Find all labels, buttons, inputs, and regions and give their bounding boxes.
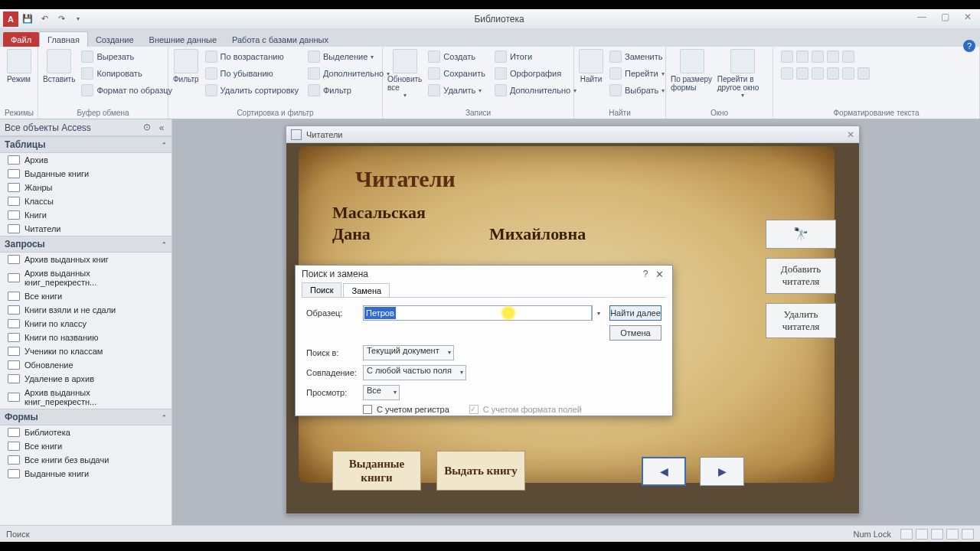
font-row[interactable] [778, 49, 873, 64]
nav-item[interactable]: Все книги [0, 289, 172, 303]
nav-item[interactable]: Классы [0, 194, 172, 208]
dialog-close-button[interactable]: ✕ [652, 269, 666, 280]
cut-button[interactable]: Вырезать [78, 49, 175, 64]
totals-button[interactable]: Итоги [492, 49, 580, 64]
advanced-filter-button[interactable]: Дополнительно ▾ [305, 66, 393, 81]
sort-desc-button[interactable]: По убыванию [202, 66, 302, 81]
nav-collapse-icon[interactable]: « [156, 122, 167, 133]
nav-item[interactable]: Удаление в архив [0, 372, 172, 386]
find-button[interactable]: Найти [579, 49, 603, 83]
issue-book-button[interactable]: Выдать книгу [436, 451, 525, 491]
refresh-all-button[interactable]: Обновить все▾ [387, 49, 422, 99]
find-next-button[interactable]: Найти далее [609, 305, 662, 321]
nav-item[interactable]: Выданные книги [0, 167, 172, 181]
table-icon [8, 455, 20, 465]
more-records-button[interactable]: Дополнительно ▾ [492, 83, 580, 98]
search-in-select[interactable]: Текущий документ▾ [363, 345, 454, 360]
access-app-icon[interactable]: A [3, 11, 18, 27]
nav-item[interactable]: Архив выданных книг_перекрестн... [0, 386, 172, 409]
view-shortcut-2[interactable] [916, 529, 928, 540]
nav-dropdown-icon[interactable]: ⊙ [141, 122, 153, 134]
find-what-input[interactable] [363, 305, 593, 321]
goto-button[interactable]: Перейти ▾ [606, 66, 668, 81]
nav-item[interactable]: Книги [0, 208, 172, 222]
tab-home[interactable]: Главная [39, 31, 88, 47]
dialog-help-button[interactable]: ? [639, 269, 652, 279]
nav-item[interactable]: Архив [0, 153, 172, 167]
table-icon [8, 428, 20, 437]
save-record-button[interactable]: Сохранить [425, 66, 488, 81]
nav-item[interactable]: Архив выданных книг [0, 253, 172, 266]
app-title: Библиотека [86, 14, 913, 24]
new-record-button[interactable]: Создать [425, 49, 488, 64]
redo-icon[interactable]: ↷ [54, 11, 69, 27]
copy-button[interactable]: Копировать [78, 66, 175, 81]
tab-dbtools[interactable]: Работа с базами данных [224, 32, 336, 47]
view-select[interactable]: Все▾ [363, 385, 400, 400]
delete-reader-button[interactable]: Удалить читателя [766, 303, 836, 339]
maximize-button[interactable]: ▢ [936, 11, 954, 27]
nav-item[interactable]: Выданные книги [0, 467, 172, 481]
tab-find[interactable]: Поиск [302, 282, 341, 297]
selection-button[interactable]: Выделение ▾ [305, 49, 393, 64]
nav-item[interactable]: Архив выданных книг_перекрестн... [0, 266, 172, 289]
tab-replace[interactable]: Замена [343, 283, 390, 298]
format-row[interactable] [778, 66, 873, 81]
nav-item[interactable]: Читатели [0, 222, 172, 236]
match-case-checkbox[interactable] [363, 405, 372, 414]
toggle-filter-button[interactable]: Фильтр [305, 83, 393, 98]
nav-group-header[interactable]: Запросы⌃ [0, 236, 172, 253]
paste-button[interactable]: Вставить [43, 49, 75, 83]
format-painter-button[interactable]: Формат по образцу [78, 83, 175, 98]
undo-icon[interactable]: ↶ [37, 11, 52, 27]
nav-item[interactable]: Библиотека [0, 425, 172, 439]
replace-button[interactable]: Заменить [606, 49, 668, 64]
search-reader-button[interactable]: 🔭 [766, 220, 836, 249]
save-icon[interactable]: 💾 [20, 11, 35, 27]
view-button[interactable]: Режим [5, 49, 33, 83]
nav-item[interactable]: Книги по классу [0, 317, 172, 331]
status-text: Поиск [6, 530, 853, 539]
nav-item[interactable]: Книги по названию [0, 331, 172, 344]
tab-external[interactable]: Внешние данные [142, 32, 224, 47]
nav-item[interactable]: Ученики по классам [0, 344, 172, 358]
fit-form-button[interactable]: По размеру формы [671, 49, 714, 92]
close-button[interactable]: ✕ [959, 11, 977, 27]
issued-books-button[interactable]: Выданные книги [332, 451, 421, 491]
sort-asc-button[interactable]: По возрастанию [202, 49, 302, 64]
nav-group-header[interactable]: Таблицы⌃ [0, 136, 172, 153]
nav-item[interactable]: Обновление [0, 358, 172, 372]
nav-group-header[interactable]: Формы⌃ [0, 409, 172, 425]
delete-record-button[interactable]: Удалить ▾ [425, 83, 488, 98]
nav-item[interactable]: Все книги [0, 439, 172, 453]
help-icon[interactable]: ? [963, 40, 975, 52]
select-button[interactable]: Выбрать ▾ [606, 83, 668, 98]
view-shortcut-3[interactable] [931, 529, 943, 540]
match-select[interactable]: С любой частью поля▾ [363, 365, 466, 380]
tab-file[interactable]: Файл [3, 32, 39, 47]
dialog-title: Поиск и замена [302, 269, 639, 279]
switch-window-button[interactable]: Перейти в другое окно▾ [717, 49, 768, 99]
reader-patronymic: Михайловна [489, 224, 586, 244]
spelling-button[interactable]: Орфография [492, 66, 580, 81]
nav-item[interactable]: Все книги без выдачи [0, 453, 172, 467]
view-shortcut-1[interactable] [900, 529, 913, 540]
clear-sort-button[interactable]: Удалить сортировку [202, 83, 302, 98]
add-reader-button[interactable]: Добавить читателя [766, 258, 836, 294]
qat-more-icon[interactable]: ▾ [70, 11, 86, 27]
tab-create[interactable]: Создание [88, 32, 142, 47]
cancel-button[interactable]: Отмена [609, 325, 662, 341]
view-shortcut-5[interactable] [962, 529, 974, 540]
prev-record-button[interactable]: ◀ [642, 457, 686, 486]
find-what-dropdown[interactable]: ▾ [591, 305, 605, 321]
next-record-button[interactable]: ▶ [700, 457, 744, 486]
nav-item[interactable]: Книги взяли и не сдали [0, 303, 172, 317]
form-close-button[interactable]: ✕ [847, 129, 854, 140]
table-icon [8, 469, 20, 478]
minimize-button[interactable]: — [913, 11, 931, 27]
nav-header-title[interactable]: Все объекты Access [5, 122, 141, 133]
view-shortcut-4[interactable] [946, 529, 959, 540]
table-icon [8, 197, 20, 206]
nav-item[interactable]: Жанры [0, 181, 172, 194]
filter-button[interactable]: Фильтр [173, 49, 199, 83]
